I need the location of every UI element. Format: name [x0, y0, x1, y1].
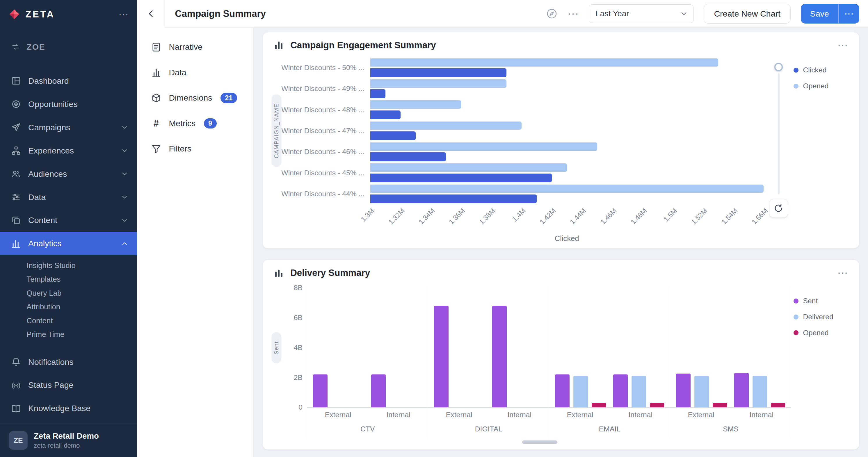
- sent-bar[interactable]: [313, 374, 327, 407]
- clicked-bar[interactable]: [370, 89, 385, 98]
- save-more-button[interactable]: ⋯: [838, 4, 859, 24]
- bar-chart-icon: [274, 40, 284, 50]
- dashboard-content: Campaign Engagement Summary ⋯ CAMPAIGN_N…: [254, 28, 868, 457]
- sidebar-item-label: Status Page: [28, 380, 73, 390]
- legend-item[interactable]: Opened: [794, 82, 851, 90]
- save-button[interactable]: Save: [801, 4, 839, 24]
- engagement-category-label: Winter Discounts - 48% ...: [288, 99, 370, 120]
- opened-bar[interactable]: [370, 79, 506, 88]
- sent-bar[interactable]: [371, 374, 385, 407]
- subgroup-label: External: [325, 411, 351, 419]
- sidebar-item-experiences[interactable]: Experiences: [0, 139, 137, 162]
- clicked-bar[interactable]: [370, 195, 537, 203]
- legend-dot: [794, 315, 799, 320]
- panel-item-narrative[interactable]: Narrative: [137, 34, 253, 60]
- opened-bar[interactable]: [370, 185, 764, 193]
- clicked-bar[interactable]: [370, 152, 446, 161]
- x-axis-tick: 1.48M: [620, 207, 648, 235]
- panel-item-data[interactable]: Data: [137, 60, 253, 86]
- sidebar-subitem-query-lab[interactable]: Query Lab: [0, 286, 137, 300]
- analytics-icon: [11, 239, 21, 249]
- create-new-chart-button[interactable]: Create New Chart: [704, 4, 790, 24]
- sent-bar[interactable]: [492, 306, 506, 407]
- scroll-handle[interactable]: [774, 63, 783, 71]
- panel-item-label: Metrics: [169, 119, 195, 128]
- back-button[interactable]: [137, 0, 165, 28]
- delivered-bar[interactable]: [694, 376, 709, 407]
- subgroup-bars: [676, 373, 727, 407]
- opened-bar[interactable]: [370, 142, 597, 151]
- delivered-bar[interactable]: [631, 376, 646, 407]
- brand-name: ZETA: [26, 9, 55, 20]
- opened-bar[interactable]: [370, 163, 567, 172]
- x-axis-tick: 1.56M: [741, 207, 769, 235]
- user-profile[interactable]: ZE Zeta Retail Demo zeta-retail-demo: [0, 424, 137, 457]
- y-axis-tick: 4B: [294, 344, 303, 352]
- clicked-bar[interactable]: [370, 173, 552, 182]
- y-axis-ticks: 02B4B6B8B: [288, 288, 307, 407]
- sidebar-item-knowledge-base[interactable]: Knowledge Base: [0, 397, 137, 420]
- sidebar-item-analytics[interactable]: Analytics: [0, 232, 137, 255]
- legend-dot: [794, 68, 799, 73]
- legend-item[interactable]: Clicked: [794, 66, 851, 74]
- topbar: Campaign Summary ⋯ Last Year Create New …: [137, 0, 868, 28]
- sent-bar[interactable]: [555, 374, 569, 407]
- topbar-more-icon[interactable]: ⋯: [567, 8, 579, 19]
- compass-icon[interactable]: [546, 8, 558, 20]
- legend-item[interactable]: Opened: [794, 329, 851, 337]
- opened-bar[interactable]: [592, 403, 606, 407]
- sidebar-subitem-attribution[interactable]: Attribution: [0, 300, 137, 314]
- sidebar-item-dashboard[interactable]: Dashboard: [0, 69, 137, 93]
- sidebar-subitem-templates[interactable]: Templates: [0, 272, 137, 286]
- sidebar-item-audiences[interactable]: Audiences: [0, 162, 137, 186]
- chevron-down-icon: [121, 124, 129, 131]
- audiences-icon: [11, 169, 21, 179]
- sidebar-item-notifications[interactable]: Notifications: [0, 350, 137, 373]
- opened-bar[interactable]: [370, 122, 522, 130]
- opened-bar[interactable]: [713, 403, 727, 407]
- sidebar-footer-nav: Notifications Status Page Knowledge Base: [0, 350, 137, 420]
- legend-item[interactable]: Delivered: [794, 313, 851, 321]
- delivery-group-bars: [428, 288, 549, 407]
- sidebar-item-status-page[interactable]: Status Page: [0, 373, 137, 397]
- delivered-bar[interactable]: [752, 376, 767, 407]
- opened-bar[interactable]: [771, 403, 785, 407]
- clicked-bar[interactable]: [370, 110, 401, 119]
- scroll-track[interactable]: [778, 73, 780, 195]
- panel-item-dimensions[interactable]: Dimensions 21: [137, 85, 253, 111]
- panel-item-metrics[interactable]: # Metrics 9: [137, 111, 253, 136]
- clicked-bar[interactable]: [370, 68, 506, 77]
- group-label: EMAIL: [549, 420, 670, 439]
- opened-bar[interactable]: [650, 403, 664, 407]
- sidebar-item-zoe[interactable]: ZOE: [4, 37, 133, 56]
- refresh-button[interactable]: [769, 199, 788, 218]
- sidebar-more-icon[interactable]: ⋯: [118, 8, 128, 20]
- chart-title: Campaign Engagement Summary: [290, 40, 436, 51]
- sent-bar[interactable]: [434, 306, 448, 407]
- sent-bar[interactable]: [734, 373, 748, 407]
- delivered-bar[interactable]: [574, 376, 588, 407]
- time-range-select[interactable]: Last Year: [589, 4, 694, 23]
- legend-item[interactable]: Sent: [794, 297, 851, 305]
- sidebar-subitem-content[interactable]: Content: [0, 314, 137, 328]
- sidebar-item-data[interactable]: Data: [0, 186, 137, 209]
- subgroup-bars: [734, 373, 785, 407]
- x-axis-tick: 1.38M: [469, 207, 497, 235]
- sent-bar[interactable]: [676, 373, 690, 407]
- sidebar-item-campaigns[interactable]: Campaigns: [0, 116, 137, 139]
- opened-bar[interactable]: [370, 59, 718, 67]
- horizontal-scrollbar[interactable]: [522, 440, 558, 444]
- sidebar-subitem-prime-time[interactable]: Prime Time: [0, 328, 137, 341]
- sidebar-subitem-insights-studio[interactable]: Insights Studio: [0, 258, 137, 272]
- chart-scrollbar[interactable]: [766, 57, 792, 218]
- sidebar-item-content[interactable]: Content: [0, 209, 137, 232]
- y-axis-tick: 0: [299, 403, 303, 411]
- chart-more-icon[interactable]: ⋯: [837, 40, 848, 51]
- chart-more-icon[interactable]: ⋯: [837, 268, 848, 278]
- clicked-bar[interactable]: [370, 131, 416, 140]
- sidebar-item-opportunities[interactable]: Opportunities: [0, 93, 137, 116]
- sent-bar[interactable]: [613, 374, 627, 407]
- panel-item-filters[interactable]: Filters: [137, 136, 253, 162]
- panel-item-label: Narrative: [169, 42, 203, 52]
- opened-bar[interactable]: [370, 100, 461, 109]
